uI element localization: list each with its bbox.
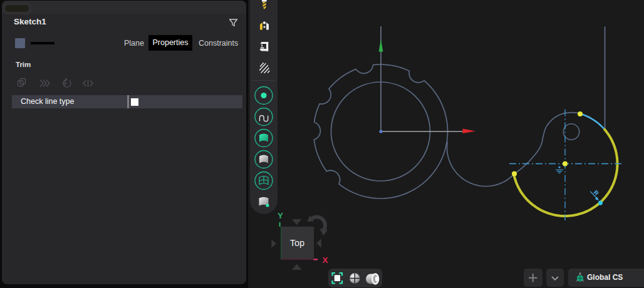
svg-text:X: X [323, 255, 328, 265]
svg-text:Y: Y [278, 211, 283, 220]
svg-text:R: R [593, 188, 601, 197]
svg-text:Top: Top [290, 238, 304, 248]
